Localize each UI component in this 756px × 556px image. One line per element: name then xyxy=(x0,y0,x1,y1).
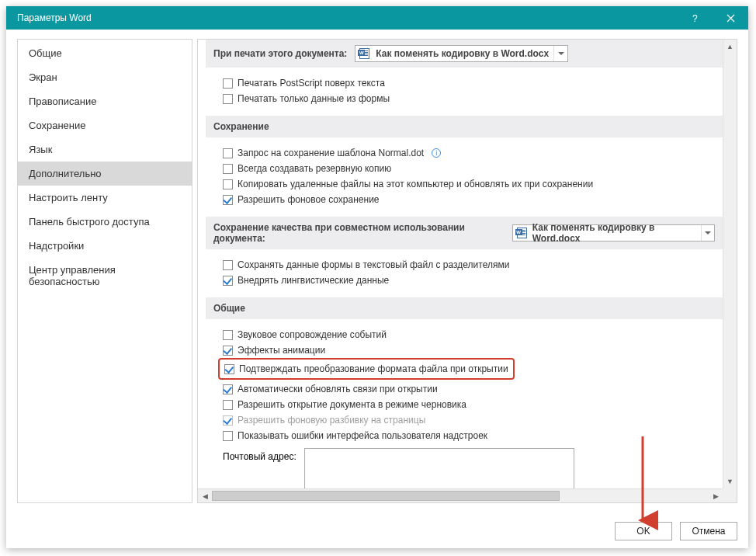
sidebar-item-advanced[interactable]: Дополнительно xyxy=(18,162,192,186)
content-panel: При печати этого документа: W Как поменя… xyxy=(197,39,737,503)
opt-confirm-conversion[interactable]: Подтверждать преобразование формата файл… xyxy=(220,361,508,377)
scroll-thumb[interactable] xyxy=(212,491,560,501)
scroll-down-icon[interactable]: ▼ xyxy=(723,474,737,488)
mail-address-label: Почтовый адрес: xyxy=(223,448,297,462)
opt-background-save[interactable]: Разрешить фоновое сохранение xyxy=(223,192,715,207)
window-title: Параметры Word xyxy=(17,12,92,23)
opt-save-form-delimited[interactable]: Сохранять данные формы в текстовый файл … xyxy=(223,257,715,273)
scroll-track[interactable] xyxy=(723,54,737,474)
close-button[interactable] xyxy=(713,6,748,30)
highlighted-option: Подтверждать преобразование формата файл… xyxy=(218,358,515,380)
ok-button[interactable]: OK xyxy=(615,522,672,540)
scroll-left-icon[interactable]: ◀ xyxy=(198,489,212,502)
dialog-window: Параметры Word ? Общие Экран Правописани… xyxy=(6,6,748,548)
opt-animation[interactable]: Эффекты анимации xyxy=(223,342,715,358)
section-header-general: Общие xyxy=(206,297,723,319)
info-icon[interactable]: i xyxy=(432,148,441,158)
sidebar-item-general[interactable]: Общие xyxy=(18,41,192,65)
vertical-scrollbar[interactable]: ▲ ▼ xyxy=(723,40,737,488)
section-header-save: Сохранение xyxy=(206,116,723,137)
horizontal-scrollbar[interactable]: ◀ ▶ xyxy=(198,488,723,502)
opt-open-draft[interactable]: Разрешить открытие документа в режиме че… xyxy=(223,397,715,412)
opt-sound-feedback[interactable]: Звуковое сопровождение событий xyxy=(223,327,715,342)
opt-print-postscript[interactable]: Печатать PostScript поверх текста xyxy=(223,75,715,91)
category-sidebar: Общие Экран Правописание Сохранение Язык… xyxy=(17,39,192,503)
sidebar-item-display[interactable]: Экран xyxy=(18,65,192,89)
sidebar-item-proofing[interactable]: Правописание xyxy=(18,89,192,113)
cancel-button[interactable]: Отмена xyxy=(680,522,737,540)
section-header-print: При печати этого документа: W Как поменя… xyxy=(206,40,723,68)
sidebar-item-language[interactable]: Язык xyxy=(18,137,192,162)
svg-text:?: ? xyxy=(692,13,698,23)
sidebar-item-addins[interactable]: Надстройки xyxy=(18,234,192,258)
fidelity-document-selector[interactable]: W Как поменять кодировку в Word.docx xyxy=(512,224,715,242)
section-title: При печати этого документа: xyxy=(213,48,347,59)
section-header-fidelity: Сохранение качества при совместном испол… xyxy=(206,217,723,249)
opt-show-addin-errors[interactable]: Показывать ошибки интерфейса пользовател… xyxy=(223,428,715,443)
sidebar-item-save[interactable]: Сохранение xyxy=(18,113,192,137)
scroll-corner xyxy=(723,488,737,502)
section-title: Общие xyxy=(213,303,245,314)
scroll-right-icon[interactable]: ▶ xyxy=(709,489,723,502)
word-doc-icon: W xyxy=(516,227,528,239)
sidebar-item-trust-center[interactable]: Центр управления безопасностью xyxy=(18,258,192,294)
print-document-selector[interactable]: W Как поменять кодировку в Word.docx xyxy=(355,45,568,62)
opt-background-pagination: Разрешить фоновую разбивку на страницы xyxy=(223,412,715,428)
help-button[interactable]: ? xyxy=(677,6,713,30)
opt-print-form-data[interactable]: Печатать только данные из формы xyxy=(223,91,715,106)
scroll-track[interactable] xyxy=(212,489,709,502)
opt-always-backup[interactable]: Всегда создавать резервную копию xyxy=(223,161,715,176)
opt-embed-linguistic[interactable]: Внедрять лингвистические данные xyxy=(223,273,715,288)
opt-copy-remote-files[interactable]: Копировать удаленные файлы на этот компь… xyxy=(223,176,715,192)
sidebar-item-quick-access[interactable]: Панель быстрого доступа xyxy=(18,210,192,234)
titlebar: Параметры Word ? xyxy=(6,6,748,30)
chevron-down-icon xyxy=(553,46,567,61)
section-title: Сохранение xyxy=(213,121,269,132)
mail-address-input[interactable] xyxy=(304,448,574,488)
chevron-down-icon xyxy=(701,225,714,241)
section-title: Сохранение качества при совместном испол… xyxy=(213,222,505,244)
opt-auto-update-links[interactable]: Автоматически обновлять связи при открыт… xyxy=(223,381,715,397)
opt-prompt-normal-dot[interactable]: Запрос на сохранение шаблона Normal.doti xyxy=(223,145,715,161)
word-doc-icon: W xyxy=(359,47,371,60)
scroll-up-icon[interactable]: ▲ xyxy=(723,40,737,54)
sidebar-item-customize-ribbon[interactable]: Настроить ленту xyxy=(18,186,192,210)
